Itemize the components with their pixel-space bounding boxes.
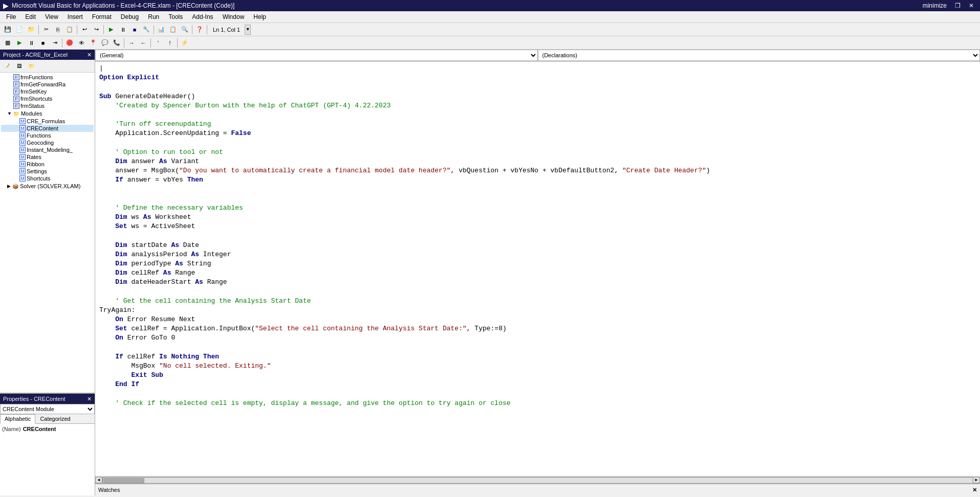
module-icon: M (19, 161, 26, 167)
tree-item-frmShortcuts[interactable]: F frmShortcuts (1, 95, 94, 102)
properties-close[interactable]: ✕ (87, 396, 92, 402)
tree-item-Functions[interactable]: M Functions (1, 132, 94, 139)
toolbar-design[interactable]: 🔧 (141, 25, 152, 35)
left-panel: Project - ACRE_for_Excel ✕ 📝 🖼 📁 F frmFu… (0, 50, 95, 495)
code-hscroll[interactable]: ◄ ► (95, 476, 980, 483)
expand-icon-solver: ▶ (7, 184, 11, 189)
toolbar-stop[interactable]: ■ (129, 25, 140, 35)
title-bar: ▶ Microsoft Visual Basic for Application… (0, 0, 980, 11)
prop-tabs: Alphabetic Categorized (0, 414, 95, 424)
title-controls[interactable]: minimize ❐ ✕ (920, 2, 977, 9)
tree-item-Solver[interactable]: ▶ 📦 Solver (SOLVER.XLAM) (1, 182, 94, 190)
tree-item-Rates[interactable]: M Rates (1, 153, 94, 161)
tree-item-CRE_Formulas[interactable]: M CRE_Formulas (1, 118, 94, 125)
toolbar2-comment[interactable]: ' (153, 38, 164, 48)
tree-item-modules[interactable]: ▼ 📁 Modules (1, 109, 94, 118)
properties-combo[interactable]: CREContent Module (0, 404, 95, 414)
hscroll-thumb[interactable] (103, 478, 144, 483)
close-button[interactable]: ✕ (966, 2, 977, 9)
toolbar-new[interactable]: 📄 (14, 25, 25, 35)
module-icon: M (19, 140, 26, 146)
toolbar2-toggle[interactable]: ⚡ (179, 38, 190, 48)
tree-item-frmFunctions[interactable]: F frmFunctions (1, 74, 94, 81)
view-object-btn[interactable]: 🖼 (13, 61, 25, 71)
tree-item-Settings[interactable]: M Settings (1, 168, 94, 175)
toolbar2-stop[interactable]: ■ (37, 38, 49, 48)
module-icon: M (19, 118, 26, 124)
menu-help[interactable]: Help (249, 12, 270, 21)
tree-item-Shortcuts[interactable]: M Shortcuts (1, 175, 94, 182)
toolbar2-run[interactable]: ▶ (14, 38, 25, 48)
hscroll-left-btn[interactable]: ◄ (95, 477, 102, 483)
toolbar-open[interactable]: 📁 (26, 25, 37, 35)
toolbar-objbrowser[interactable]: 🔍 (179, 25, 190, 35)
toolbar-sep1 (38, 25, 39, 34)
menu-debug[interactable]: Debug (117, 12, 143, 21)
toolbar-projectexp[interactable]: 📊 (156, 25, 167, 35)
tree-item-frmGetForwardRa[interactable]: F frmGetForwardRa (1, 81, 94, 88)
restore-button[interactable]: ❐ (952, 2, 964, 9)
module-icon: M (19, 175, 26, 182)
tree-label: CREContent (27, 125, 58, 131)
toolbar2-sep2 (124, 38, 124, 48)
tree-label: Settings (27, 168, 47, 174)
hscroll-right-btn[interactable]: ► (973, 477, 980, 483)
toolbar2-imm[interactable]: 💬 (99, 38, 111, 48)
menu-insert[interactable]: Insert (63, 12, 87, 21)
menu-tools[interactable]: Tools (164, 12, 187, 21)
watches-close-btn[interactable]: ✕ (972, 487, 977, 493)
toolbar2-pause[interactable]: ⏸ (26, 38, 37, 48)
toolbar-paste[interactable]: 📋 (64, 25, 75, 35)
tree-item-Geocoding[interactable]: M Geocoding (1, 139, 94, 146)
toolbar2-bp[interactable]: 🔴 (64, 38, 75, 48)
toolbar2-step[interactable]: ⇥ (49, 38, 60, 48)
menu-window[interactable]: Window (219, 12, 249, 21)
menu-addins[interactable]: Add-Ins (188, 12, 217, 21)
tree-item-Instant_Modeling[interactable]: M Instant_Modeling_ (1, 146, 94, 153)
toolbar-undo[interactable]: ↩ (79, 25, 90, 35)
toolbar2-uncomment[interactable]: ! (164, 38, 176, 48)
toolbar2-btn1[interactable]: ▦ (2, 38, 13, 48)
form-icon: F (13, 81, 19, 87)
tree-item-frmStatus[interactable]: F frmStatus (1, 102, 94, 109)
toolbar-save[interactable]: 💾 (2, 25, 13, 35)
toolbar-copy[interactable]: ⎘ (52, 25, 63, 35)
prop-tab-alphabetic[interactable]: Alphabetic (0, 414, 35, 424)
menu-view[interactable]: View (41, 12, 62, 21)
prop-content: (Name) CREContent (0, 424, 95, 495)
prop-tab-categorized[interactable]: Categorized (35, 414, 75, 423)
project-close[interactable]: ✕ (87, 52, 92, 58)
toolbar-cut[interactable]: ✂ (40, 25, 52, 35)
menu-bar: File Edit View Insert Format Debug Run T… (0, 11, 980, 23)
project-tree: F frmFunctions F frmGetForwardRa F frmSe… (0, 73, 95, 393)
menu-format[interactable]: Format (88, 12, 116, 21)
project-header: Project - ACRE_for_Excel ✕ (0, 50, 95, 60)
menu-file[interactable]: File (2, 12, 20, 21)
declarations-dropdown[interactable]: (Declarations) (538, 50, 981, 61)
toolbar2-outdent[interactable]: ← (138, 38, 149, 48)
menu-run[interactable]: Run (144, 12, 163, 21)
minimize-button[interactable]: minimize (920, 2, 950, 9)
general-dropdown[interactable]: (General) (95, 50, 538, 61)
toolbar2-watch[interactable]: 👁 (76, 38, 87, 48)
code-area[interactable]: | Option Explicit Sub GenerateDateHeader… (95, 62, 980, 476)
toggle-folders-btn[interactable]: 📁 (26, 61, 37, 71)
tree-item-frmSetKey[interactable]: F frmSetKey (1, 88, 94, 95)
menu-edit[interactable]: Edit (21, 12, 40, 21)
toolbar-run[interactable]: ▶ (105, 25, 117, 35)
tree-label: Instant_Modeling_ (27, 147, 73, 153)
toolbar2-indent[interactable]: → (126, 38, 137, 48)
toolbar2-call[interactable]: 📞 (111, 38, 122, 48)
view-code-btn[interactable]: 📝 (1, 61, 12, 71)
toolbar-propwin[interactable]: 📋 (167, 25, 179, 35)
toolbar-pause[interactable]: ⏸ (117, 25, 128, 35)
hscroll-track[interactable] (102, 477, 973, 483)
module-icon: M (19, 154, 26, 160)
tree-label: frmShortcuts (20, 96, 52, 102)
tree-label: frmSetKey (20, 88, 47, 95)
tree-item-CREContent[interactable]: M CREContent (1, 125, 94, 132)
toolbar2-local[interactable]: 📍 (88, 38, 99, 48)
toolbar-redo[interactable]: ↪ (91, 25, 102, 35)
tree-item-Ribbon[interactable]: M Ribbon (1, 161, 94, 168)
toolbar-help[interactable]: ❓ (194, 25, 205, 35)
